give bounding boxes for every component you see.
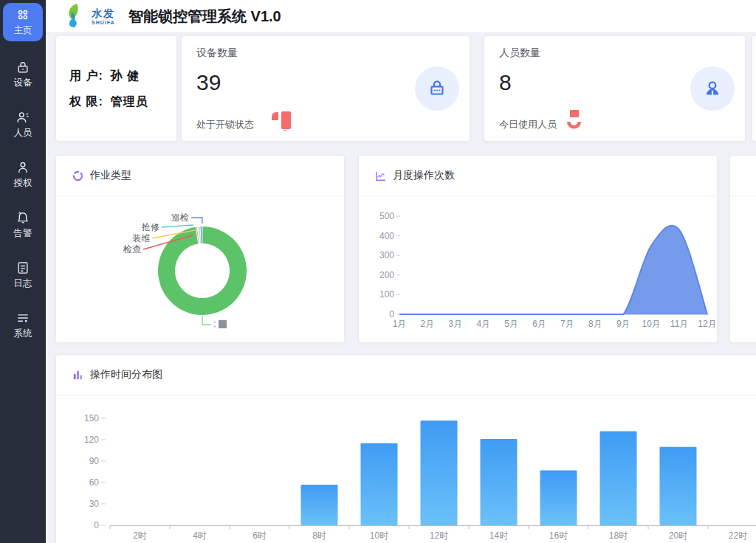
svg-text:12月: 12月 xyxy=(698,319,716,329)
person-badge-icon xyxy=(701,77,724,100)
svg-text:8月: 8月 xyxy=(588,319,602,329)
sidebar-item-label: 告警 xyxy=(14,227,32,240)
logo-primary-text: 水发 xyxy=(92,8,115,18)
lock-badge-circle xyxy=(415,66,459,111)
sidebar-item-label: 系统 xyxy=(14,328,32,340)
svg-text:300: 300 xyxy=(379,250,394,260)
svg-text:2时: 2时 xyxy=(133,530,147,541)
monthly-operations-chart: 01002003004005001月2月3月4月5月6月7月8月9月10月11月… xyxy=(359,197,717,342)
svg-text:100: 100 xyxy=(379,289,394,300)
sidebar-item-log[interactable]: 日志 xyxy=(3,256,43,294)
person-icon xyxy=(16,160,30,175)
sidebar-item-home[interactable]: 主页 xyxy=(3,3,43,41)
top-header: 水发 SHUIFA 智能锁控管理系统 V1.0 xyxy=(46,0,756,33)
svg-text:4时: 4时 xyxy=(193,530,207,541)
logo-secondary-text: SHUIFA xyxy=(92,20,115,25)
user-row: 用 户:孙 健 xyxy=(69,69,176,84)
list-icon xyxy=(16,311,30,325)
svg-text:11月: 11月 xyxy=(670,319,688,329)
svg-text:22时: 22时 xyxy=(729,530,747,541)
user-info-card: 用 户:孙 健 权 限:管理员 xyxy=(55,35,177,142)
svg-text:60: 60 xyxy=(89,477,100,488)
logo: 水发 SHUIFA xyxy=(62,3,115,30)
svg-text:12时: 12时 xyxy=(430,530,448,541)
alarm-icon xyxy=(16,210,30,225)
operation-time-title: 操作时间分布图 xyxy=(90,368,162,381)
line-chart-icon xyxy=(374,170,387,182)
user-value: 孙 健 xyxy=(111,69,140,82)
device-count-title: 设备数量 xyxy=(196,46,238,60)
partial-card xyxy=(729,155,756,343)
log-icon xyxy=(16,260,30,275)
monthly-operations-title: 月度操作次数 xyxy=(393,169,455,182)
partial-card xyxy=(752,35,756,142)
svg-text:9月: 9月 xyxy=(616,319,630,329)
sidebar-item-label: 日志 xyxy=(14,277,32,290)
main-content: 用 户:孙 健 权 限:管理员 设备数量 39 处于开锁状态 xyxy=(46,33,756,543)
sidebar-item-personnel[interactable]: 人员 xyxy=(3,106,43,144)
svg-text:120: 120 xyxy=(84,435,99,445)
svg-text:3月: 3月 xyxy=(448,319,462,329)
svg-text:检查: 检查 xyxy=(123,244,141,255)
personnel-count-title: 人员数量 xyxy=(499,46,540,60)
svg-text:0: 0 xyxy=(94,520,99,530)
broken-red-digit-glyph xyxy=(270,111,295,131)
sidebar-item-alarm[interactable]: 告警 xyxy=(3,206,43,244)
lock-icon xyxy=(16,60,30,75)
svg-text:200: 200 xyxy=(379,270,394,280)
people-icon xyxy=(16,110,30,125)
svg-text:500: 500 xyxy=(379,211,394,221)
svg-text:6月: 6月 xyxy=(532,319,546,329)
svg-text:6时: 6时 xyxy=(252,530,267,541)
svg-text:10时: 10时 xyxy=(370,530,388,541)
svg-text:抢修: 抢修 xyxy=(141,222,159,232)
permission-label: 权 限: xyxy=(69,95,103,108)
svg-text:150: 150 xyxy=(84,413,99,423)
device-footer-label: 处于开锁状态 xyxy=(196,118,254,131)
device-count-card: 设备数量 39 处于开锁状态 xyxy=(181,35,470,142)
svg-text:30: 30 xyxy=(89,499,100,509)
svg-text:10月: 10月 xyxy=(642,319,661,329)
svg-text:14时: 14时 xyxy=(489,530,508,541)
job-type-title: 作业类型 xyxy=(90,169,131,182)
personnel-count-card: 人员数量 8 今日使用人员 xyxy=(484,35,746,142)
svg-text:装维: 装维 xyxy=(132,233,150,243)
shuifa-leaf-logo-icon xyxy=(62,3,87,30)
operation-time-chart: 03060901201502时4时6时8时10时12时14时16时18时20时2… xyxy=(56,396,756,543)
svg-text:1月: 1月 xyxy=(393,319,407,329)
svg-text:18时: 18时 xyxy=(609,530,628,541)
job-type-card: 作业类型 巡检抢修装维检查 xyxy=(55,155,345,343)
device-count-value: 39 xyxy=(196,70,221,95)
svg-text:20时: 20时 xyxy=(669,530,687,541)
svg-text:5月: 5月 xyxy=(504,319,518,329)
svg-text:4月: 4月 xyxy=(476,319,490,329)
person-badge-circle xyxy=(690,66,735,111)
operation-time-card: 操作时间分布图 03060901201502时4时6时8时10时12时14时16… xyxy=(55,354,756,543)
grid-icon xyxy=(16,7,30,22)
bar-chart-icon xyxy=(72,369,84,381)
svg-text:400: 400 xyxy=(379,231,394,241)
sidebar-item-label: 设备 xyxy=(14,77,32,89)
user-label: 用 户: xyxy=(69,69,103,82)
sidebar-item-label: 人员 xyxy=(14,127,32,139)
pie-chart-icon xyxy=(72,170,84,182)
svg-text:16时: 16时 xyxy=(549,530,568,541)
sidebar-item-label: 主页 xyxy=(14,24,32,37)
sidebar-item-device[interactable]: 设备 xyxy=(3,55,43,94)
lock-badge-icon xyxy=(426,77,448,100)
svg-text:2月: 2月 xyxy=(421,319,435,329)
job-type-chart: 巡检抢修装维检查 xyxy=(56,197,344,342)
personnel-count-value: 8 xyxy=(499,70,512,95)
svg-text:巡检: 巡检 xyxy=(171,212,189,223)
svg-text:0: 0 xyxy=(389,309,394,319)
broken-red-digit-glyph xyxy=(567,110,583,131)
monthly-operations-card: 月度操作次数 01002003004005001月2月3月4月5月6月7月8月9… xyxy=(358,155,718,343)
svg-text:8时: 8时 xyxy=(312,530,326,541)
permission-value: 管理员 xyxy=(111,95,148,108)
app-title: 智能锁控管理系统 V1.0 xyxy=(128,7,281,27)
sidebar-item-auth[interactable]: 授权 xyxy=(3,156,43,194)
sidebar-item-system[interactable]: 系统 xyxy=(3,306,43,345)
svg-text:7月: 7月 xyxy=(560,319,574,329)
sidebar-item-label: 授权 xyxy=(14,177,32,190)
sidebar: 主页设备人员授权告警日志系统 xyxy=(0,0,46,543)
